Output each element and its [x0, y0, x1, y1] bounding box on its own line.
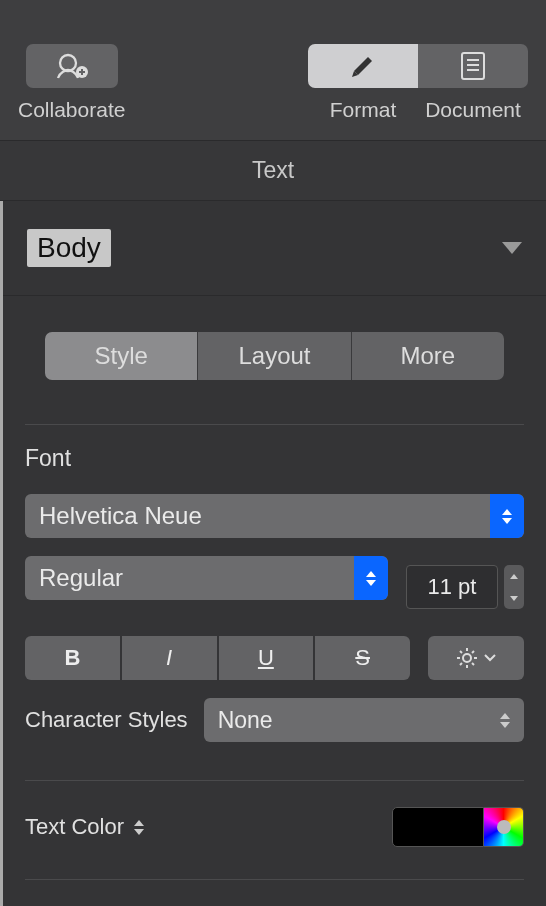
- format-brush-icon: [348, 51, 378, 81]
- text-panel: Body Style Layout More Font Helvetica Ne…: [0, 201, 546, 906]
- paragraph-style-value: Body: [27, 229, 111, 267]
- stepper-down[interactable]: [504, 587, 524, 609]
- inspector-title: Text: [252, 157, 294, 183]
- font-style-buttons: B I U S: [25, 636, 410, 680]
- svg-line-13: [460, 663, 462, 665]
- text-color-controls: [392, 807, 524, 847]
- svg-point-6: [463, 654, 471, 662]
- format-button[interactable]: [308, 44, 418, 88]
- svg-line-11: [460, 651, 462, 653]
- select-arrows-icon: [490, 494, 524, 538]
- svg-point-0: [60, 55, 76, 71]
- document-label: Document: [418, 98, 528, 122]
- tab-layout[interactable]: Layout: [198, 332, 351, 380]
- document-icon: [460, 51, 486, 81]
- font-size-input[interactable]: [406, 565, 498, 609]
- font-style-row: B I U S: [25, 636, 524, 680]
- format-document-segmented: [308, 44, 528, 88]
- svg-line-12: [472, 663, 474, 665]
- collaborate-button[interactable]: [26, 44, 118, 88]
- chevron-down-icon: [502, 242, 522, 254]
- character-styles-row: Character Styles None: [25, 698, 524, 781]
- font-section: Font Helvetica Neue Regular: [3, 425, 546, 900]
- document-button[interactable]: [418, 44, 528, 88]
- subtabs: Style Layout More: [45, 332, 504, 380]
- font-weight-select[interactable]: Regular: [25, 556, 388, 600]
- character-styles-label: Character Styles: [25, 707, 188, 733]
- color-swatch[interactable]: [392, 807, 484, 847]
- underline-button[interactable]: U: [219, 636, 314, 680]
- text-color-label-group[interactable]: Text Color: [25, 814, 144, 840]
- toolbar-right: Format Document: [308, 44, 528, 122]
- tab-style[interactable]: Style: [45, 332, 198, 380]
- toolbar-right-labels: Format Document: [308, 98, 528, 122]
- updown-icon: [134, 820, 144, 835]
- color-wheel-button[interactable]: [484, 807, 524, 847]
- paragraph-style-row[interactable]: Body: [3, 201, 546, 296]
- character-styles-select[interactable]: None: [204, 698, 524, 742]
- strikethrough-button[interactable]: S: [315, 636, 410, 680]
- font-weight-size-row: Regular: [25, 556, 524, 618]
- text-color-label: Text Color: [25, 814, 124, 840]
- character-styles-value: None: [218, 707, 273, 734]
- font-size-group: [406, 565, 524, 609]
- toolbar: Collaborate Format Document: [0, 0, 546, 141]
- font-family-value: Helvetica Neue: [25, 502, 490, 530]
- collaborate-group: Collaborate: [18, 44, 125, 122]
- inspector-header: Text: [0, 141, 546, 201]
- font-size-stepper[interactable]: [504, 565, 524, 609]
- subtabs-wrap: Style Layout More: [25, 332, 524, 425]
- tab-more[interactable]: More: [352, 332, 504, 380]
- bold-button[interactable]: B: [25, 636, 120, 680]
- font-advanced-button[interactable]: [428, 636, 524, 680]
- gear-icon: [456, 647, 478, 669]
- italic-button[interactable]: I: [122, 636, 217, 680]
- updown-icon: [500, 713, 510, 728]
- font-family-select[interactable]: Helvetica Neue: [25, 494, 524, 538]
- svg-line-14: [472, 651, 474, 653]
- chevron-down-icon: [484, 654, 496, 662]
- stepper-up[interactable]: [504, 565, 524, 587]
- select-arrows-icon: [354, 556, 388, 600]
- collaborate-label: Collaborate: [18, 98, 125, 122]
- format-label: Format: [308, 98, 418, 122]
- collaborate-icon: [54, 52, 90, 80]
- font-weight-value: Regular: [25, 564, 354, 592]
- font-heading: Font: [25, 445, 524, 472]
- text-color-row: Text Color: [25, 781, 524, 880]
